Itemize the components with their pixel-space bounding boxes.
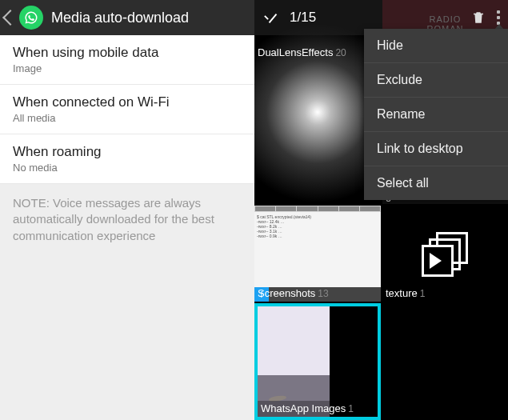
album-name: Screenshots [258,287,315,299]
setting-wifi[interactable]: When connected on Wi-Fi All media [0,85,254,134]
gallery-pane: RADIO ROMAN DualLensEffects20 gfx14 $ ca… [254,0,508,420]
setting-title: When using mobile data [13,45,242,61]
header-bar: Media auto-download [0,0,254,35]
setting-title: When roaming [13,144,242,160]
album-count: 20 [335,47,346,58]
album-count: 1 [348,403,354,414]
whatsapp-settings-pane: Media auto-download When using mobile da… [0,0,254,420]
album-name: texture [386,287,418,299]
setting-roaming[interactable]: When roaming No media [0,134,254,184]
album-empty-slot [330,310,374,414]
menu-hide[interactable]: Hide [364,29,508,62]
selection-counter: 1/15 [290,10,316,26]
album-name: WhatsApp Images [261,402,346,414]
album-count: 1 [420,288,426,299]
setting-subtitle: Image [13,62,242,74]
menu-exclude[interactable]: Exclude [364,62,508,97]
menu-link-desktop[interactable]: Link to desktop [364,131,508,166]
album-whatsapp-images[interactable]: WhatsApp Images1 [254,303,381,420]
back-icon[interactable] [2,10,18,26]
page-title: Media auto-download [51,10,189,26]
video-stack-icon [422,232,470,276]
setting-title: When connected on Wi-Fi [13,94,242,110]
album-name: DualLensEffects [258,46,333,58]
album-count: 13 [318,288,328,299]
setting-subtitle: All media [13,112,242,124]
settings-list: When using mobile data Image When connec… [0,35,254,184]
settings-note: NOTE: Voice messages are always automati… [0,184,254,258]
menu-select-all[interactable]: Select all [364,166,508,200]
delete-icon[interactable] [471,10,486,26]
setting-mobile-data[interactable]: When using mobile data Image [0,35,254,85]
menu-rename[interactable]: Rename [364,97,508,131]
album-texture[interactable]: texture1 [382,206,508,302]
context-menu: Hide Exclude Rename Link to desktop Sele… [364,29,508,200]
overflow-menu-icon[interactable] [497,10,500,25]
confirm-icon[interactable] [262,10,278,26]
album-screenshots[interactable]: $ cat STL encrypted.(stevia14)-rwxr-- 12… [254,206,381,302]
whatsapp-logo-icon[interactable] [19,6,43,30]
setting-subtitle: No media [13,162,242,174]
